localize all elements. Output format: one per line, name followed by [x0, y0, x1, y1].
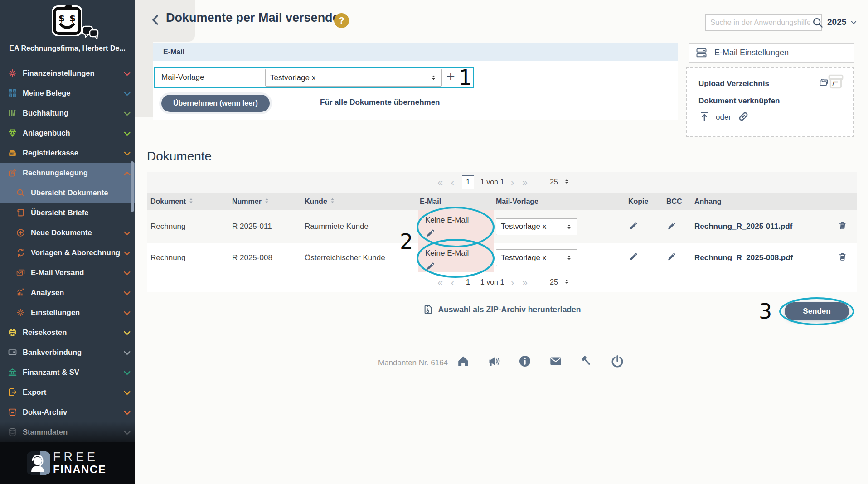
- uebernehmen-button[interactable]: Übernehmen (wenn leer): [161, 95, 270, 112]
- chevron-down-icon: [122, 348, 130, 356]
- logo-text-free: FREE: [53, 451, 106, 463]
- sidebar-item-finanzamt-sv[interactable]: Finanzamt & SV: [0, 362, 135, 382]
- sidebar-item-anlagenbuch[interactable]: Anlagenbuch: [0, 123, 135, 143]
- chevron-down-icon: [122, 149, 130, 157]
- mail-vorlage-select[interactable]: Testvorlage x: [265, 69, 442, 87]
- sidebar-item-reisekosten[interactable]: Reisekosten: [0, 322, 135, 342]
- table-row: RechnungR 2025-008Österreichischer Kunde…: [147, 243, 857, 272]
- year-dropdown[interactable]: 2025: [827, 17, 858, 27]
- sidebar-item-buchhaltung[interactable]: Buchhaltung: [0, 103, 135, 123]
- trash-icon[interactable]: [838, 252, 849, 264]
- next-page-button[interactable]: ›: [507, 277, 518, 288]
- mail-icon[interactable]: [549, 354, 563, 368]
- last-page-button[interactable]: »: [518, 277, 532, 288]
- edit-kopie-icon[interactable]: [628, 224, 639, 233]
- search-input[interactable]: [706, 18, 812, 27]
- trash-icon[interactable]: [838, 221, 849, 232]
- sidebar-item-registrierkasse[interactable]: Registrierkasse: [0, 143, 135, 163]
- page-size-stepper[interactable]: [563, 178, 570, 187]
- column-header-mail-vorlage: Mail-Vorlage: [494, 198, 626, 206]
- next-page-button[interactable]: ›: [507, 177, 518, 188]
- search-icon[interactable]: [812, 17, 824, 29]
- edit-bcc-icon[interactable]: [666, 224, 677, 233]
- sidebar-item-analysen[interactable]: Analysen: [0, 282, 135, 302]
- first-page-button[interactable]: «: [433, 277, 447, 288]
- table-header-row: DokumentNummerKundeE-MailMail-VorlageKop…: [147, 193, 857, 210]
- edit-email-icon[interactable]: [425, 227, 436, 238]
- sidebar-item-label: Anlagenbuch: [23, 129, 70, 137]
- column-header-dokument[interactable]: Dokument: [147, 198, 230, 206]
- row-mail-vorlage-select[interactable]: Testvorlage x: [496, 218, 577, 235]
- gavel-icon[interactable]: [580, 354, 593, 368]
- column-header-nummer[interactable]: Nummer: [230, 198, 303, 206]
- chevron-down-icon: [122, 368, 130, 376]
- sidebar-scrollbar[interactable]: [131, 161, 134, 212]
- sidebar-item-label: Vorlagen & Aborechnung: [31, 248, 120, 257]
- upload-dropzone[interactable]: Upload Verzeichnis / Dokument verknüpfen…: [686, 67, 854, 137]
- sidebar-item-e-mail-versand[interactable]: E-Mail Versand: [0, 262, 135, 282]
- sidebar-item-label: Finanzeinstellungen: [23, 69, 95, 77]
- upload-icon[interactable]: [698, 111, 710, 124]
- email-settings-button[interactable]: E-Mail Einstellungen: [689, 43, 854, 63]
- row-mail-vorlage-select[interactable]: Testvorlage x: [496, 249, 577, 266]
- edit-icon: [7, 168, 17, 178]
- sidebar-item-export[interactable]: Export: [0, 382, 135, 402]
- sidebar-nav: FinanzeinstellungenMeine BelegeBuchhaltu…: [0, 63, 135, 442]
- chat-bubbles-icon: [82, 26, 98, 39]
- sort-icon[interactable]: [189, 198, 194, 206]
- edit-kopie-icon[interactable]: [628, 255, 639, 264]
- sidebar-item-finanzeinstellungen[interactable]: Finanzeinstellungen: [0, 63, 135, 83]
- last-page-button[interactable]: »: [518, 177, 532, 188]
- page-info: 1 von 1: [480, 278, 504, 286]
- register-icon: [7, 148, 17, 158]
- page-size-stepper[interactable]: [563, 278, 570, 287]
- zip-download-link[interactable]: Auswahl als ZIP-Archiv herunterladen: [147, 304, 857, 315]
- back-button[interactable]: [150, 12, 163, 28]
- sidebar-item-rechnungslegung[interactable]: Rechnungslegung: [0, 163, 135, 183]
- sidebar-item-stammdaten[interactable]: Stammdaten: [0, 422, 135, 442]
- page-title: Dokumente per Mail versenden: [166, 11, 347, 25]
- scroll-icon: [15, 208, 25, 218]
- search-icon: [15, 188, 25, 198]
- attachment-link[interactable]: Rechnung_R_2025-008.pdf: [694, 253, 793, 262]
- apply-all-link[interactable]: Für alle Dokumente übernehmen: [320, 98, 440, 107]
- column-header-e-mail: E-Mail: [418, 198, 494, 206]
- help-button[interactable]: ?: [334, 13, 349, 28]
- link-icon[interactable]: [737, 110, 750, 125]
- prev-page-button[interactable]: ‹: [447, 177, 458, 188]
- column-header-kunde[interactable]: Kunde: [303, 198, 418, 206]
- sort-icon[interactable]: [264, 198, 269, 206]
- sort-icon[interactable]: [330, 198, 335, 206]
- globe-icon: [7, 327, 17, 337]
- annotation-number-1: 1: [459, 67, 472, 88]
- page-number-input[interactable]: 1: [462, 175, 474, 189]
- sidebar-item-uebersicht-briefe[interactable]: Übersicht Briefe: [0, 203, 135, 223]
- attachment-link[interactable]: Rechnung_R_2025-011.pdf: [694, 222, 792, 231]
- company-name: EA Rechnungsfirma, Herbert De...: [0, 44, 135, 53]
- sidebar-item-einstellungen[interactable]: Einstellungen: [0, 302, 135, 322]
- home-icon[interactable]: [456, 354, 470, 368]
- sidebar-item-doku-archiv[interactable]: Doku-Archiv: [0, 402, 135, 422]
- senden-button[interactable]: Senden: [785, 302, 849, 320]
- sidebar-item-bankverbindung[interactable]: Bankverbindung: [0, 342, 135, 362]
- chevron-down-icon: [122, 69, 130, 77]
- megaphone-icon[interactable]: [487, 354, 501, 368]
- sidebar-item-label: Rechnungslegung: [23, 169, 88, 177]
- sync-icon: [15, 247, 25, 257]
- edit-bcc-icon[interactable]: [666, 255, 677, 264]
- sidebar-item-uebersicht-dokumente[interactable]: Übersicht Dokumente: [0, 183, 135, 203]
- link-doc-label: Dokument verknüpfen: [698, 97, 780, 106]
- sidebar-item-vorlagen-aborechnung[interactable]: Vorlagen & Aborechnung: [0, 242, 135, 262]
- sidebar-item-neue-dokumente[interactable]: Neue Dokumente: [0, 223, 135, 242]
- page-number-input[interactable]: 1: [462, 276, 474, 289]
- sidebar-item-meine-belege[interactable]: Meine Belege: [0, 83, 135, 103]
- first-page-button[interactable]: «: [433, 177, 447, 188]
- chevron-up-icon: [122, 169, 130, 177]
- prev-page-button[interactable]: ‹: [447, 277, 458, 288]
- card-icon: [7, 347, 17, 357]
- add-template-button[interactable]: +: [446, 68, 455, 85]
- power-icon[interactable]: [611, 354, 624, 368]
- info-icon[interactable]: [518, 354, 532, 368]
- or-label: oder: [716, 113, 731, 122]
- edit-email-icon[interactable]: [425, 261, 436, 271]
